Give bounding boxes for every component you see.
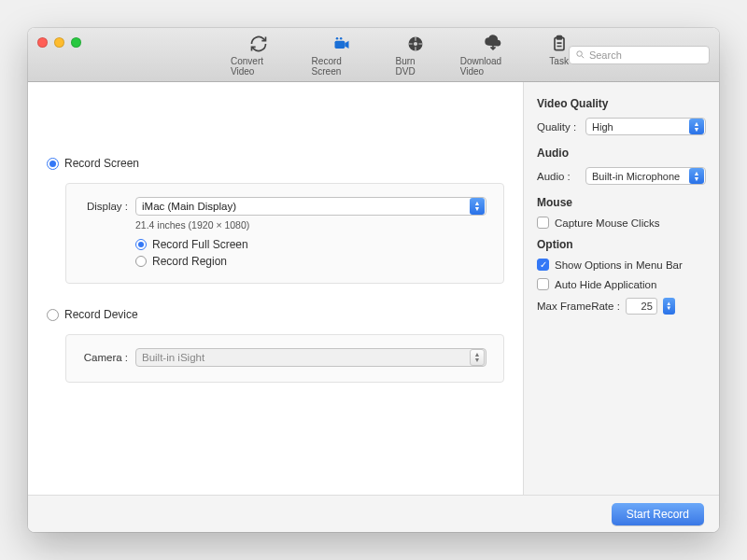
radio-icon [135,256,147,267]
toolbar-label: Burn DVD [396,56,436,77]
checkbox-icon [537,217,549,229]
audio-heading: Audio [537,147,706,160]
display-sub: 21.4 inches (1920 × 1080) [135,219,486,231]
camera-select[interactable]: Built-in iSight ▲▼ [135,348,486,367]
checkbox-icon: ✓ [537,259,549,271]
max-framerate-input[interactable]: 25 [626,298,657,315]
toolbar-convert-video[interactable]: Convert Video [231,34,288,77]
record-device-label: Record Device [64,308,138,321]
quality-label: Quality : [537,121,580,133]
chevron-updown-icon: ▲▼ [470,349,485,366]
search-input[interactable]: Search [569,46,710,64]
radio-icon [47,309,59,321]
search-icon [575,49,585,60]
record-device-panel: Camera : Built-in iSight ▲▼ [65,334,504,383]
toolbar-items: Convert Video Record Screen Burn DVD Dow… [231,34,569,77]
display-select[interactable]: iMac (Main Display) ▲▼ [135,197,486,216]
record-full-screen-radio[interactable]: Record Full Screen [135,238,486,251]
toolbar-record-screen[interactable]: Record Screen [312,34,372,77]
audio-value: Built-in Microphone [592,171,680,182]
toolbar: Convert Video Record Screen Burn DVD Dow… [28,28,719,82]
toolbar-label: Convert Video [231,56,288,77]
record-screen-radio[interactable]: Record Screen [47,157,504,170]
display-value: iMac (Main Display) [142,201,236,212]
task-icon [550,34,569,54]
record-screen-label: Record Screen [64,157,139,170]
framerate-stepper[interactable]: ▲▼ [663,298,675,315]
toolbar-task[interactable]: Task [549,34,569,77]
svg-point-2 [339,36,342,39]
option-heading: Option [537,238,706,251]
record-screen-panel: Display : iMac (Main Display) ▲▼ 21.4 in… [65,183,504,284]
camera-label: Camera : [83,352,128,363]
start-record-button[interactable]: Start Record [612,503,704,525]
audio-select[interactable]: Built-in Microphone ▲▼ [585,167,706,185]
app-window: Convert Video Record Screen Burn DVD Dow… [28,28,719,532]
minimize-icon[interactable] [54,37,64,48]
video-quality-heading: Video Quality [537,97,706,110]
region-label: Record Region [152,255,227,268]
convert-icon [249,34,268,54]
content: Record Screen Display : iMac (Main Displ… [28,82,719,495]
svg-point-4 [414,41,417,45]
record-device-radio[interactable]: Record Device [47,308,504,321]
toolbar-label: Record Screen [312,56,372,77]
main-panel: Record Screen Display : iMac (Main Displ… [28,82,523,495]
show-menubar-label: Show Options in Menu Bar [555,259,683,271]
window-controls [37,37,81,48]
auto-hide-label: Auto Hide Application [555,279,656,290]
svg-point-1 [335,36,338,39]
footer: Start Record [28,495,719,532]
audio-label: Audio : [537,171,580,182]
radio-icon [47,158,59,170]
show-menubar-checkbox[interactable]: ✓ Show Options in Menu Bar [537,259,706,271]
chevron-updown-icon: ▲▼ [689,119,704,134]
svg-point-7 [577,51,583,57]
toolbar-burn-dvd[interactable]: Burn DVD [396,34,436,77]
quality-value: High [592,121,613,133]
quality-select[interactable]: High ▲▼ [585,118,706,135]
camera-value: Built-in iSight [142,352,204,363]
capture-mouse-checkbox[interactable]: Capture Mouse Clicks [537,217,706,229]
radio-icon [135,239,147,250]
full-screen-label: Record Full Screen [152,238,248,251]
record-region-radio[interactable]: Record Region [135,255,486,268]
zoom-icon[interactable] [71,37,81,48]
capture-clicks-label: Capture Mouse Clicks [555,217,659,229]
svg-rect-6 [557,35,561,38]
sidebar: Video Quality Quality : High ▲▼ Audio Au… [523,82,719,495]
toolbar-label: Task [549,56,569,66]
max-framerate-value: 25 [641,301,653,312]
max-framerate-label: Max FrameRate : [537,301,620,312]
svg-rect-0 [334,40,345,48]
search-placeholder: Search [589,49,622,61]
chevron-updown-icon: ▲▼ [689,168,704,184]
disc-icon [406,34,425,54]
close-icon[interactable] [37,37,48,48]
download-icon [484,34,502,54]
chevron-updown-icon: ▲▼ [470,198,485,215]
mouse-heading: Mouse [537,196,706,209]
display-label: Display : [83,201,128,212]
toolbar-label: Download Video [460,56,526,77]
auto-hide-checkbox[interactable]: Auto Hide Application [537,278,706,290]
checkbox-icon [537,278,549,290]
camera-icon [332,34,351,54]
toolbar-download-video[interactable]: Download Video [460,34,526,77]
